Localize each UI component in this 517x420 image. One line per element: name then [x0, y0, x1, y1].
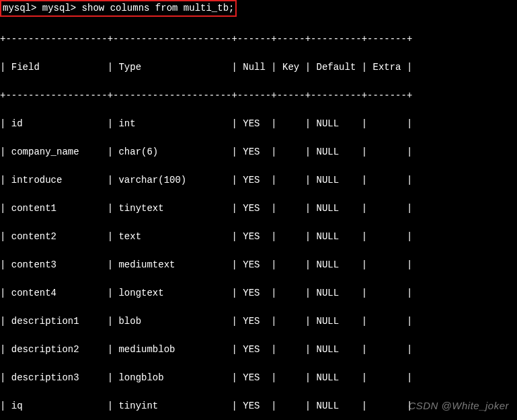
table-row: | introduce | varchar(100) | YES | | NUL… — [0, 173, 517, 187]
table-row: | id | int | YES | | NULL | | — [0, 117, 517, 131]
separator-row: +------------------+--------------------… — [0, 32, 517, 46]
table-row: | content1 | tinytext | YES | | NULL | | — [0, 202, 517, 216]
header-row: | Field | Type | Null | Key | Default | … — [0, 60, 517, 75]
table-row: | company_name | char(6) | YES | | NULL … — [0, 145, 517, 159]
table-row: | description3 | longblob | YES | | NULL… — [0, 371, 517, 385]
table-row: | description2 | mediumblob | YES | | NU… — [0, 343, 517, 357]
watermark: CSDN @White_joker — [408, 398, 509, 414]
table-row: | content4 | longtext | YES | | NULL | | — [0, 286, 517, 300]
table-row: | content3 | mediumtext | YES | | NULL |… — [0, 258, 517, 272]
separator-row: +------------------+--------------------… — [0, 89, 517, 103]
output-table: +------------------+--------------------… — [0, 18, 517, 420]
command-prompt[interactable]: mysql> mysql> show columns from multi_tb… — [0, 0, 237, 17]
table-row: | description1 | blob | YES | | NULL | | — [0, 314, 517, 329]
table-row: | content2 | text | YES | | NULL | | — [0, 230, 517, 244]
